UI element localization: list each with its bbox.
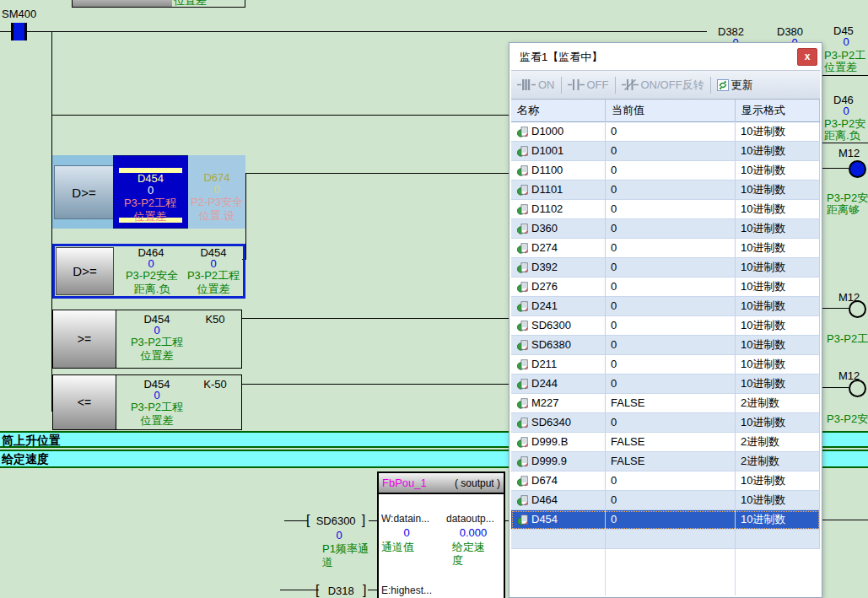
device-name-cell[interactable]: D464 (511, 491, 606, 510)
table-row[interactable]: SD6340 0 10进制数 (511, 413, 820, 433)
table-row[interactable]: SD6380 0 10进制数 (511, 336, 820, 355)
device-value-cell[interactable]: 0 (606, 297, 736, 316)
device-value-cell[interactable]: 0 (606, 200, 736, 219)
compare-block-2[interactable]: D>= D464 0 P3-P2安全距离.负 D454 0 P3-P2工程位置差 (52, 244, 245, 299)
invert-button[interactable]: ON/OFF反转 (619, 76, 707, 94)
device-format-cell[interactable]: 2进制数 (736, 452, 820, 471)
device-format-cell[interactable]: 2进制数 (736, 394, 820, 413)
device-format-cell[interactable]: 2进制数 (736, 433, 820, 452)
table-row[interactable]: D1001 0 10进制数 (511, 142, 820, 161)
device-value-cell[interactable]: 0 (606, 277, 736, 297)
device-format-cell[interactable]: 10进制数 (736, 336, 820, 355)
device-format-cell[interactable] (736, 530, 820, 549)
cursor-cell[interactable]: D454 0 P3-P2工程位置差 (113, 155, 188, 229)
device-name-cell[interactable]: M227 (511, 394, 606, 413)
device-name-cell[interactable] (511, 530, 606, 549)
device-name-cell[interactable]: D392 (511, 258, 606, 277)
device-format-cell[interactable]: 10进制数 (736, 277, 820, 297)
device-value-cell[interactable]: 0 (606, 510, 736, 530)
compare-op[interactable]: <= (53, 375, 116, 429)
device-value-cell[interactable] (606, 530, 736, 549)
table-row[interactable]: M227 FALSE 2进制数 (511, 394, 820, 413)
device-value-cell[interactable]: 0 (606, 239, 736, 258)
device-name-cell[interactable]: D454 (511, 510, 606, 530)
table-row[interactable]: D360 0 10进制数 (511, 219, 820, 239)
table-row[interactable]: D464 0 10进制数 (511, 491, 820, 510)
device-name-cell[interactable]: SD6300 (511, 316, 606, 336)
coil-on[interactable] (849, 160, 866, 178)
compare-op[interactable]: >= (53, 310, 116, 368)
device-value-cell[interactable]: 0 (606, 180, 736, 200)
table-row[interactable]: D1000 0 10进制数 (511, 122, 820, 142)
device-name-cell[interactable]: D1100 (511, 161, 606, 180)
source-operand[interactable]: [ D318 ] (315, 583, 366, 598)
contact-sm400[interactable] (11, 23, 27, 40)
table-row[interactable]: D999.9 FALSE 2进制数 (511, 452, 820, 471)
device-format-cell[interactable]: 10进制数 (736, 374, 820, 394)
device-value-cell[interactable]: FALSE (606, 433, 736, 452)
source-operand[interactable]: [ SD6300 ] (306, 513, 365, 528)
device-format-cell[interactable]: 10进制数 (736, 316, 820, 336)
device-format-cell[interactable]: 10进制数 (736, 413, 820, 433)
table-row[interactable]: D1102 0 10进制数 (511, 200, 820, 219)
table-row[interactable]: SD6300 0 10进制数 (511, 316, 820, 336)
compare-op[interactable]: D>= (54, 165, 114, 219)
table-row[interactable]: D276 0 10进制数 (511, 277, 820, 297)
device-value-cell[interactable]: 0 (606, 491, 736, 510)
table-row[interactable]: D454 0 10进制数 (511, 510, 820, 530)
device-name-cell[interactable]: D244 (511, 374, 606, 394)
force-off-button[interactable]: OFF (565, 77, 612, 93)
compare-block-3[interactable]: >= D454 0 P3-P2工程位置差 K50 (52, 310, 242, 369)
device-value-cell[interactable]: 0 (606, 336, 736, 355)
close-button[interactable]: x (797, 48, 817, 66)
refresh-button[interactable]: 更新 (714, 76, 756, 94)
table-row[interactable]: D999.B FALSE 2进制数 (511, 433, 820, 452)
force-on-button[interactable]: ON (515, 77, 558, 93)
device-format-cell[interactable]: 10进制数 (736, 491, 820, 510)
device-format-cell[interactable]: 10进制数 (736, 219, 820, 239)
fb-block-header[interactable]: FbPou_1 ( soutput ) (377, 471, 505, 494)
device-value-cell[interactable]: 0 (606, 413, 736, 433)
device-value-cell[interactable]: 0 (606, 142, 736, 161)
device-name-cell[interactable]: D1001 (511, 142, 606, 161)
device-name-cell[interactable]: D241 (511, 297, 606, 316)
device-name-cell[interactable]: D674 (511, 471, 606, 491)
table-row[interactable]: D241 0 10进制数 (511, 297, 820, 316)
device-format-cell[interactable]: 10进制数 (736, 180, 820, 200)
device-value-cell[interactable]: FALSE (606, 452, 736, 471)
compare-block-1[interactable]: D>= D454 0 P3-P2工程位置差 D674 0 P2-P3安全位置.设 (52, 155, 245, 229)
table-row[interactable]: D392 0 10进制数 (511, 258, 820, 277)
device-name-cell[interactable]: D1000 (511, 122, 606, 142)
device-name-cell[interactable]: SD6380 (511, 336, 606, 355)
device-value-cell[interactable]: FALSE (606, 394, 736, 413)
table-row[interactable]: D244 0 10进制数 (511, 374, 820, 394)
device-value-cell[interactable]: 0 (606, 258, 736, 277)
device-name-cell[interactable]: D274 (511, 239, 606, 258)
table-row[interactable] (511, 530, 820, 549)
device-format-cell[interactable]: 10进制数 (736, 122, 820, 142)
device-value-cell[interactable]: 0 (606, 161, 736, 180)
table-row[interactable]: D1101 0 10进制数 (511, 180, 820, 200)
device-value-cell[interactable]: 0 (606, 471, 736, 491)
device-format-cell[interactable]: 10进制数 (736, 161, 820, 180)
table-row[interactable]: D211 0 10进制数 (511, 355, 820, 374)
compare-block-4[interactable]: <= D454 0 P3-P2工程位置差 K-50 (52, 374, 242, 430)
device-name-cell[interactable]: SD6340 (511, 413, 606, 433)
device-format-cell[interactable]: 10进制数 (736, 510, 820, 530)
device-format-cell[interactable]: 10进制数 (736, 258, 820, 277)
table-row[interactable]: D1100 0 10进制数 (511, 161, 820, 180)
device-value-cell[interactable]: 0 (606, 316, 736, 336)
device-name-cell[interactable]: D211 (511, 355, 606, 374)
device-value-cell[interactable]: 0 (606, 122, 736, 142)
table-row[interactable]: D274 0 10进制数 (511, 239, 820, 258)
watch-window[interactable]: 监看1【监看中】 x ON OFF (509, 42, 822, 598)
device-format-cell[interactable]: 10进制数 (736, 200, 820, 219)
coil-off[interactable] (849, 300, 866, 318)
table-row[interactable]: D674 0 10进制数 (511, 471, 820, 491)
device-format-cell[interactable]: 10进制数 (736, 297, 820, 316)
watch-titlebar[interactable]: 监看1【监看中】 x (511, 45, 820, 70)
compare-op[interactable]: D>= (56, 247, 114, 295)
device-name-cell[interactable]: D360 (511, 219, 606, 239)
device-name-cell[interactable]: D1101 (511, 180, 606, 200)
device-name-cell[interactable]: D999.9 (511, 452, 606, 471)
